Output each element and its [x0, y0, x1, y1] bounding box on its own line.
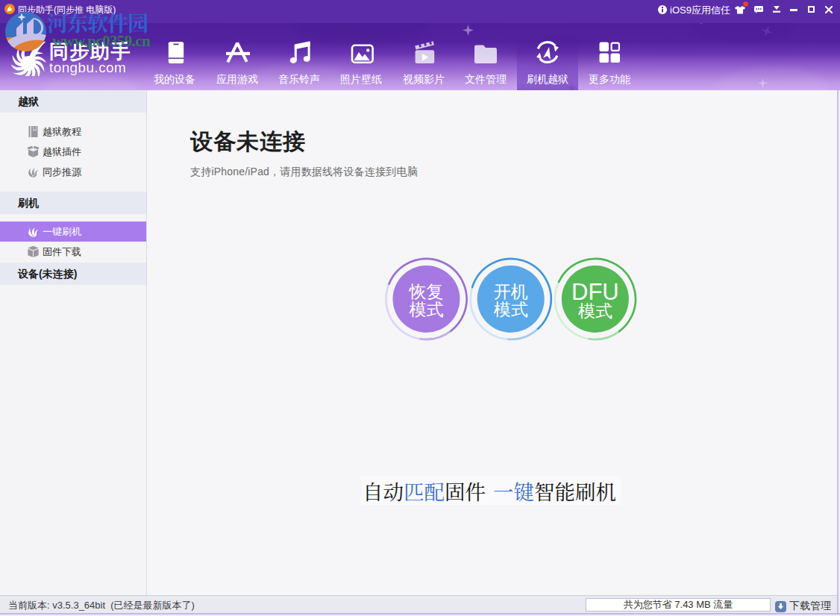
svg-text:开机: 开机 — [494, 282, 528, 301]
svg-text:模式: 模式 — [494, 300, 528, 319]
svg-text:模式: 模式 — [578, 301, 612, 321]
svg-text:模式: 模式 — [410, 300, 444, 319]
svg-text:恢复: 恢复 — [409, 282, 444, 301]
